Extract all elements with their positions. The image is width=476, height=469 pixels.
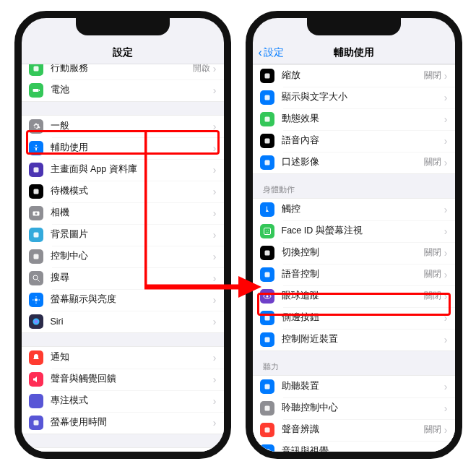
section-label: 聽力 (253, 351, 455, 375)
hourglass-icon (29, 416, 43, 430)
svg-rect-36 (264, 337, 269, 342)
settings-row[interactable]: 動態效果› (253, 108, 455, 130)
row-label: 一般 (51, 120, 213, 132)
settings-group: 行動服務開啟›電池› (22, 64, 224, 102)
settings-row[interactable]: 助聽裝置› (253, 376, 455, 397)
chevron-right-icon: › (213, 418, 217, 428)
row-label: 觸控 (282, 203, 444, 215)
back-label: 設定 (264, 46, 284, 59)
row-label: 螢幕使用時間 (51, 416, 213, 429)
settings-row[interactable]: 口述影像關閉› (253, 152, 455, 173)
settings-row[interactable]: 電池› (22, 79, 224, 101)
sun-icon (29, 293, 43, 307)
settings-row[interactable]: 專注模式› (22, 390, 224, 412)
row-detail: 關閉 (424, 424, 441, 435)
svg-rect-35 (264, 315, 269, 320)
zoom-icon (260, 69, 274, 83)
speaker-icon (29, 372, 43, 387)
bell-icon (29, 350, 43, 365)
settings-row[interactable]: 聲音辨識關閉› (253, 419, 455, 441)
row-detail: 關閉 (424, 247, 441, 258)
svg-marker-22 (238, 276, 261, 298)
svg-rect-0 (33, 66, 38, 71)
svg-rect-23 (264, 73, 269, 78)
settings-row[interactable]: Siri› (22, 311, 224, 332)
row-detail: 關閉 (424, 70, 441, 81)
chevron-right-icon: › (444, 136, 448, 146)
svg-rect-39 (264, 427, 269, 432)
hearing-icon (260, 379, 274, 394)
settings-row[interactable]: 音訊與視覺› (253, 441, 455, 452)
svg-rect-40 (264, 449, 269, 452)
row-label: 行動服務 (51, 64, 193, 75)
settings-row[interactable]: 聲音與觸覺回饋› (22, 369, 224, 390)
settings-row[interactable]: 語音內容› (253, 130, 455, 152)
phone-right: ‹ 設定 輔助使用 縮放關閉›顯示與文字大小›動態效果›語音內容›口述影像關閉›… (246, 11, 462, 459)
svg-point-3 (35, 145, 37, 146)
back-button[interactable]: ‹ 設定 (259, 46, 284, 59)
settings-row[interactable]: 行動服務開啟› (22, 64, 224, 79)
notch (76, 17, 170, 35)
row-label: 專注模式 (51, 395, 213, 407)
settings-row[interactable]: 切換控制關閉› (253, 242, 455, 264)
sliders-icon (29, 249, 43, 264)
settings-row[interactable]: 聆聽控制中心› (253, 397, 455, 419)
settings-group: Face ID 與密碼› (22, 447, 224, 452)
row-label: 電池 (51, 84, 213, 96)
svg-point-10 (33, 275, 38, 280)
settings-row[interactable]: Face ID 與螢幕注視› (253, 220, 455, 242)
row-detail: 開啟 (193, 64, 210, 74)
search-icon (29, 271, 43, 285)
motion-icon (260, 112, 274, 126)
accessibility-icon (29, 141, 43, 155)
accessibility-list: 縮放關閉›顯示與文字大小›動態效果›語音內容›口述影像關閉›身體動作觸控›Fac… (253, 64, 455, 452)
textsize-icon (260, 90, 274, 105)
row-label: 動態效果 (282, 113, 444, 125)
settings-group: 觸控›Face ID 與螢幕注視›切換控制關閉›語音控制關閉›眼球追蹤關閉›側邊… (253, 198, 455, 351)
row-label: 縮放 (282, 69, 424, 82)
chevron-right-icon: › (444, 205, 448, 215)
settings-row[interactable]: 眼球追蹤關閉› (253, 285, 455, 307)
chevron-right-icon: › (444, 403, 448, 413)
svg-rect-1 (33, 89, 38, 92)
svg-rect-4 (33, 167, 38, 172)
settings-row[interactable]: 顯示與文字大小› (253, 87, 455, 108)
row-label: 聲音辨識 (282, 423, 424, 436)
soundrec-icon (260, 423, 274, 437)
nav-bar: ‹ 設定 輔助使用 (253, 43, 455, 64)
settings-row[interactable]: 通知› (22, 347, 224, 369)
row-label: 助聽裝置 (282, 380, 444, 392)
settings-row[interactable]: 螢幕使用時間› (22, 412, 224, 434)
row-label: 側邊按鈕 (282, 311, 444, 324)
settings-row[interactable]: 側邊按鈕› (253, 307, 455, 329)
settings-row[interactable]: 語音控制關閉› (253, 264, 455, 285)
antenna-icon (29, 64, 43, 76)
settings-group: 縮放關閉›顯示與文字大小›動態效果›語音內容›口述影像關閉› (253, 64, 455, 174)
chevron-right-icon: › (444, 291, 448, 301)
row-label: 控制附近裝置 (282, 333, 444, 345)
chevron-right-icon: › (444, 447, 448, 452)
svg-rect-25 (264, 116, 269, 121)
svg-point-30 (268, 230, 269, 231)
settings-row[interactable]: 控制附近裝置› (253, 329, 455, 350)
chevron-right-icon: › (213, 121, 217, 132)
settings-row[interactable]: Face ID 與密碼› (22, 448, 224, 452)
battery-icon (29, 83, 43, 98)
svg-rect-37 (264, 384, 269, 389)
settings-row[interactable]: 縮放關閉› (253, 65, 455, 87)
page-title: 輔助使用 (334, 46, 374, 59)
siri-icon (29, 314, 43, 329)
chevron-right-icon: › (213, 64, 217, 74)
nav-bar: 設定 (22, 43, 224, 64)
chevron-right-icon: › (213, 317, 217, 327)
chevron-right-icon: › (444, 335, 448, 345)
svg-rect-38 (264, 405, 269, 410)
row-label: 語音內容 (282, 134, 444, 147)
row-detail: 關閉 (424, 291, 441, 301)
svg-rect-5 (33, 189, 38, 194)
page-title: 設定 (113, 46, 133, 59)
chevron-right-icon: › (213, 374, 217, 384)
settings-row[interactable]: 觸控› (253, 199, 455, 220)
row-label: 聲音與觸覺回饋 (51, 373, 213, 385)
chevron-right-icon: › (213, 85, 217, 95)
